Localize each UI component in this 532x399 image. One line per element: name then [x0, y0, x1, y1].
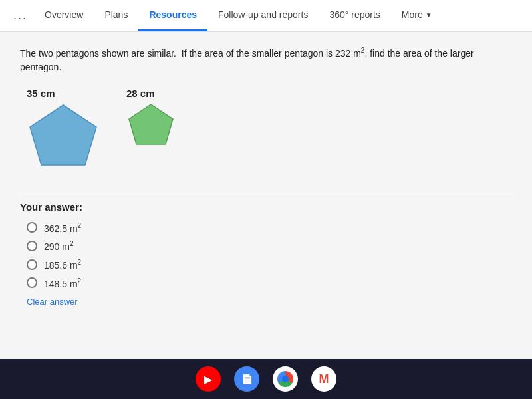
youtube-icon[interactable]: ▶: [196, 366, 221, 392]
pentagon-small-wrapper: 28 cm: [126, 88, 176, 150]
option-4[interactable]: 148.5 m2: [27, 277, 512, 289]
option-2-text: 290 m2: [44, 240, 73, 252]
svg-marker-0: [30, 105, 96, 165]
nav-item-more[interactable]: More: [391, 0, 443, 31]
nav-item-overview[interactable]: Overview: [34, 0, 94, 31]
nav-bar: ... Overview Plans Resources Follow-up a…: [0, 0, 532, 32]
radio-2[interactable]: [27, 241, 37, 251]
your-answer-label: Your answer:: [20, 192, 512, 213]
option-4-text: 148.5 m2: [44, 277, 81, 289]
clear-answer-button[interactable]: Clear answer: [20, 297, 512, 307]
pentagon-large: [27, 102, 100, 172]
radio-4[interactable]: [27, 277, 37, 288]
question-text: The two pentagons shown are similar. If …: [20, 45, 512, 74]
pentagon-large-label: 35 cm: [27, 88, 55, 99]
options-list: 362.5 m2 290 m2 185.6 m2 148.5 m2: [20, 222, 512, 289]
content-area: The two pentagons shown are similar. If …: [0, 32, 532, 359]
nav-dots: ...: [7, 0, 34, 31]
pentagon-small-label: 28 cm: [126, 88, 155, 99]
svg-marker-1: [129, 104, 173, 144]
gmail-icon[interactable]: M: [311, 366, 336, 392]
docs-icon[interactable]: 📄: [234, 366, 259, 392]
nav-item-followup[interactable]: Follow-up and reports: [207, 0, 319, 31]
option-1-text: 362.5 m2: [44, 222, 81, 234]
option-2[interactable]: 290 m2: [27, 240, 512, 252]
taskbar: ▶ 📄 M: [0, 359, 532, 399]
chrome-icon[interactable]: [273, 366, 298, 392]
nav-item-plans[interactable]: Plans: [94, 0, 138, 31]
option-3[interactable]: 185.6 m2: [27, 259, 512, 271]
pentagon-large-wrapper: 35 cm: [27, 88, 100, 172]
pentagons-area: 35 cm 28 cm: [20, 88, 512, 172]
radio-1[interactable]: [27, 222, 37, 233]
option-3-text: 185.6 m2: [44, 259, 81, 271]
nav-item-360reports[interactable]: 360° reports: [319, 0, 390, 31]
pentagon-small: [126, 102, 176, 150]
option-1[interactable]: 362.5 m2: [27, 222, 512, 234]
nav-item-resources[interactable]: Resources: [138, 0, 207, 31]
radio-3[interactable]: [27, 259, 37, 270]
